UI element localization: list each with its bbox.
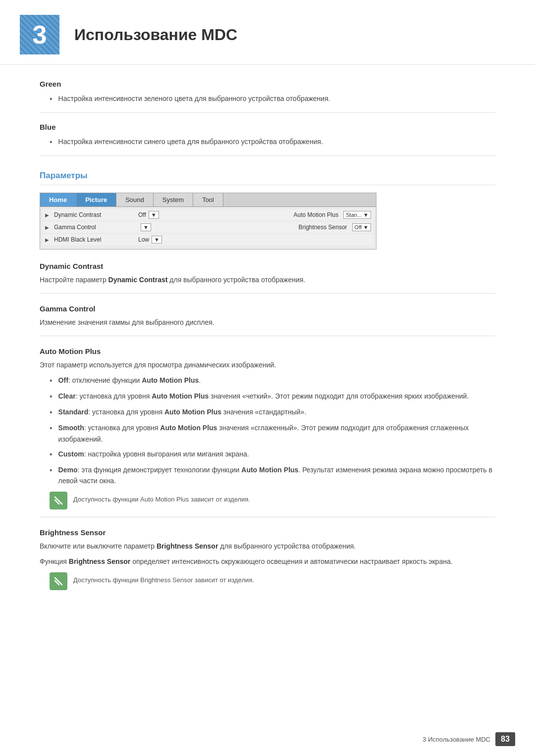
divider-1: [40, 112, 495, 113]
main-content: Green • Настройка интенсивности зеленого…: [0, 80, 535, 635]
blue-heading: Blue: [40, 123, 495, 131]
tab-home[interactable]: Home: [40, 193, 76, 206]
auto-motion-plus-intro: Этот параметр используется для просмотра…: [40, 359, 495, 371]
amp-standard-bullet: • Standard: установка для уровня Auto Mo…: [50, 406, 495, 418]
row-label-dynamic-contrast: Dynamic Contrast: [54, 211, 138, 218]
blue-bullet: • Настройка интенсивности синего цвета д…: [50, 136, 495, 148]
gamma-control-text: Изменение значения гаммы для выбранного …: [40, 317, 495, 328]
row-control-3: Low ▼: [138, 236, 162, 244]
divider-2: [40, 155, 495, 156]
row-right-2: Brightness Sensor Off ▼: [299, 223, 371, 231]
tab-sound[interactable]: Sound: [116, 193, 154, 206]
brightness-sensor-label: Brightness Sensor: [299, 224, 347, 231]
brightness-sensor-text1: Включите или выключите параметр Brightne…: [40, 541, 495, 552]
row-control-2: ▼: [138, 223, 151, 231]
note-icon-amp: [50, 492, 67, 509]
green-bullet-text: Настройка интенсивности зеленого цвета д…: [58, 93, 330, 104]
footer-text: 3 Использование MDC: [423, 736, 490, 743]
tab-system[interactable]: System: [154, 193, 193, 206]
brightness-sensor-select[interactable]: Off ▼: [352, 223, 371, 231]
amp-smooth-bullet: • Smooth: установка для уровня Auto Moti…: [50, 422, 495, 445]
row-arrow-2: ▶: [45, 225, 54, 230]
amp-note-text: Доступность функции Auto Motion Plus зав…: [73, 492, 250, 505]
params-title: Параметры: [40, 171, 495, 185]
page-footer: 3 Использование MDC 83: [423, 732, 515, 746]
chapter-header: 3 Использование MDC: [0, 0, 535, 65]
divider-3: [40, 293, 495, 294]
hdmi-value: Low: [138, 236, 149, 243]
amp-demo-bullet: • Demo: эта функция демонстрирует технол…: [50, 464, 495, 487]
row-arrow-3: ▶: [45, 237, 54, 243]
amp-clear-bullet: • Clear: установка для уровня Auto Motio…: [50, 391, 495, 403]
auto-motion-plus-select[interactable]: Stan... ▼: [343, 211, 371, 219]
row-control-1: Off ▼: [138, 211, 159, 219]
tab-tool[interactable]: Tool: [193, 193, 223, 206]
hdmi-select[interactable]: ▼: [152, 236, 162, 244]
green-heading: Green: [40, 80, 495, 88]
mdc-ui-widget: Home Picture Sound System Tool ▶ Dynamic…: [40, 193, 376, 250]
auto-motion-plus-heading: Auto Motion Plus: [40, 347, 495, 355]
dynamic-contrast-heading: Dynamic Contrast: [40, 262, 495, 270]
mdc-row-1: ▶ Dynamic Contrast Off ▼ Auto Motion Plu…: [43, 209, 374, 220]
mdc-row-3: ▶ HDMI Black Level Low ▼: [43, 234, 374, 245]
brightness-note-text: Доступность функции Brightness Sensor за…: [73, 572, 254, 586]
bullet-dot-2: •: [50, 136, 53, 148]
gamma-control-heading: Gamma Control: [40, 304, 495, 313]
mdc-tabs: Home Picture Sound System Tool: [40, 193, 376, 207]
dynamic-contrast-text: Настройте параметр Dynamic Contrast для …: [40, 274, 495, 286]
gamma-control-select[interactable]: ▼: [141, 223, 151, 231]
row-label-hdmi: HDMI Black Level: [54, 236, 138, 243]
brightness-sensor-text2: Функция Brightness Sensor определяет инт…: [40, 556, 495, 567]
auto-motion-plus-label: Auto Motion Plus: [294, 211, 339, 218]
tab-picture[interactable]: Picture: [76, 193, 116, 206]
footer-page-number: 83: [495, 732, 515, 746]
row-right-1: Auto Motion Plus Stan... ▼: [294, 211, 371, 219]
row-label-gamma-control: Gamma Control: [54, 224, 138, 231]
row-arrow-1: ▶: [45, 212, 54, 218]
brightness-note: Доступность функции Brightness Sensor за…: [50, 572, 495, 590]
mdc-body: ▶ Dynamic Contrast Off ▼ Auto Motion Plu…: [40, 207, 376, 249]
chapter-number-box: 3: [20, 15, 59, 54]
dynamic-contrast-select[interactable]: ▼: [149, 211, 159, 219]
note-icon-brightness: [50, 572, 67, 590]
divider-4: [40, 336, 495, 336]
chapter-title: Использование MDC: [74, 26, 237, 44]
brightness-sensor-heading: Brightness Sensor: [40, 528, 495, 537]
divider-5: [40, 517, 495, 517]
blue-bullet-text: Настройка интенсивности синего цвета для…: [58, 136, 323, 147]
amp-note: Доступность функции Auto Motion Plus зав…: [50, 492, 495, 509]
amp-off-bullet: • Off: отключение функции Auto Motion Pl…: [50, 375, 495, 387]
dynamic-contrast-value: Off: [138, 211, 146, 218]
bullet-dot: •: [50, 93, 53, 105]
mdc-row-2: ▶ Gamma Control ▼ Brightness Sensor Off …: [43, 222, 374, 233]
chapter-number: 3: [33, 20, 47, 50]
amp-custom-bullet: • Custom: настройка уровня выгорания или…: [50, 449, 495, 460]
green-bullet: • Настройка интенсивности зеленого цвета…: [50, 93, 495, 105]
